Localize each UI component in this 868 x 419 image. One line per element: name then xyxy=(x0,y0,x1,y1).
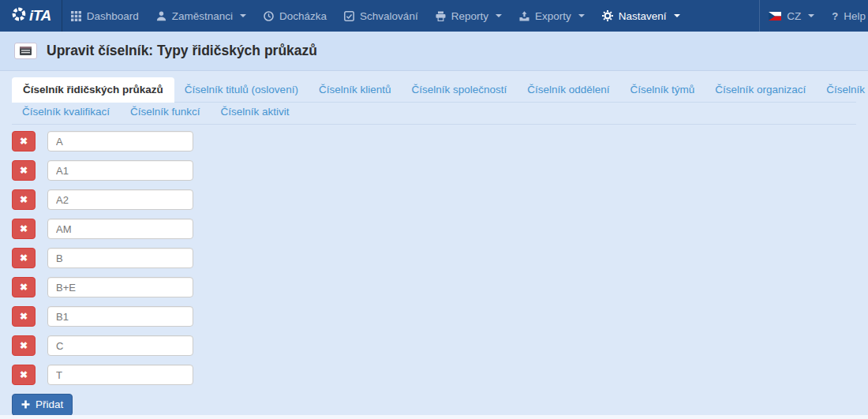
add-button-label: Přidat xyxy=(36,398,63,410)
plus-icon xyxy=(21,400,30,409)
printer-icon xyxy=(436,11,446,21)
x-icon: ✖ xyxy=(20,136,28,147)
language-label: CZ xyxy=(787,10,801,22)
nav-item-zamestnanci[interactable]: Zaměstnanci xyxy=(148,0,255,32)
main-content: Číselník řidičských průkazů Číselník tit… xyxy=(0,71,868,416)
tab-ciselnik-tymu[interactable]: Číselník týmů xyxy=(620,78,705,102)
nav-item-dashboard[interactable]: Dashboard xyxy=(62,0,148,32)
chevron-down-icon xyxy=(674,14,680,17)
app-logo[interactable]: iTA xyxy=(0,0,62,32)
navbar-spacer xyxy=(689,0,760,32)
nav-item-exporty[interactable]: Exporty xyxy=(511,0,593,32)
tab-ciselnik-aktivit[interactable]: Číselník aktivit xyxy=(211,100,300,124)
codebook-row: ✖ xyxy=(12,160,856,181)
codebook-row: ✖ xyxy=(12,131,856,152)
x-icon: ✖ xyxy=(20,369,28,380)
tab-ciselnik-titulu[interactable]: Číselník titulů (oslovení) xyxy=(174,78,309,102)
x-icon: ✖ xyxy=(20,340,28,351)
help-label: Help xyxy=(844,10,866,22)
item-value-input[interactable] xyxy=(47,277,193,297)
list-icon xyxy=(14,43,37,59)
nav-item-reporty[interactable]: Reporty xyxy=(427,0,511,32)
codebook-row: ✖ xyxy=(12,306,856,327)
nav-item-nastaveni[interactable]: Nastavení xyxy=(593,0,689,32)
codebook-row: ✖ xyxy=(12,277,856,297)
czech-flag-icon xyxy=(769,12,781,21)
tab-ciselnik-funkci[interactable]: Číselník funkcí xyxy=(120,100,211,124)
add-item-button[interactable]: Přidat xyxy=(12,394,73,416)
x-icon: ✖ xyxy=(20,165,28,176)
tab-ciselnik-oddeleni[interactable]: Číselník oddělení xyxy=(517,78,619,102)
navbar-right: CZ ? Help xyxy=(760,0,868,32)
nav-label: Docházka xyxy=(279,10,327,22)
tabs-row-2: Číselník kvalifikací Číselník funkcí Čís… xyxy=(12,103,856,125)
codebook-items: ✖ ✖ ✖ ✖ ✖ ✖ ✖ ✖ xyxy=(12,131,856,385)
item-value-input[interactable] xyxy=(47,160,193,181)
item-value-input[interactable] xyxy=(47,219,193,239)
tab-ciselnik-spolecnosti[interactable]: Číselník společností xyxy=(401,78,517,102)
question-icon: ? xyxy=(832,10,838,22)
codebook-row: ✖ xyxy=(12,189,856,210)
gear-icon xyxy=(602,10,613,21)
tab-ciselnik-nakladovych-center[interactable]: Číselník nákladových center xyxy=(816,78,868,102)
item-value-input[interactable] xyxy=(47,335,193,356)
codebook-row: ✖ xyxy=(12,219,856,239)
nav-label: Dashboard xyxy=(87,10,139,22)
delete-item-button[interactable]: ✖ xyxy=(12,248,36,268)
nav-label: Exporty xyxy=(535,10,571,22)
bottom-strip xyxy=(0,415,868,419)
delete-item-button[interactable]: ✖ xyxy=(12,306,36,327)
brand-ring-icon xyxy=(11,6,27,25)
user-icon xyxy=(156,11,166,21)
nav-label: Reporty xyxy=(451,10,488,22)
tab-ciselnik-klientu[interactable]: Číselník klientů xyxy=(309,78,402,102)
chevron-down-icon xyxy=(496,14,502,17)
grid-icon xyxy=(71,11,81,21)
export-icon xyxy=(519,11,529,21)
codebook-row: ✖ xyxy=(12,335,856,356)
brand-name: iTA xyxy=(29,7,51,24)
chevron-down-icon xyxy=(808,14,814,17)
nav-item-schvalovani[interactable]: Schvalování xyxy=(335,0,427,32)
nav-label: Zaměstnanci xyxy=(172,10,233,22)
item-value-input[interactable] xyxy=(47,365,193,385)
chevron-down-icon xyxy=(240,14,246,17)
x-icon: ✖ xyxy=(20,311,28,322)
nav-label: Nastavení xyxy=(619,10,667,22)
codebook-row: ✖ xyxy=(12,365,856,385)
page-title-bar: Upravit číselník: Typy řidičských průkaz… xyxy=(0,32,868,71)
item-value-input[interactable] xyxy=(47,306,193,327)
delete-item-button[interactable]: ✖ xyxy=(12,189,36,210)
tab-ciselnik-ridicskych-prukazu[interactable]: Číselník řidičských průkazů xyxy=(12,77,174,103)
delete-item-button[interactable]: ✖ xyxy=(12,219,36,239)
tab-ciselnik-kvalifikaci[interactable]: Číselník kvalifikací xyxy=(12,100,120,124)
item-value-input[interactable] xyxy=(47,248,193,268)
delete-item-button[interactable]: ✖ xyxy=(12,277,36,297)
x-icon: ✖ xyxy=(20,282,28,293)
help-link[interactable]: ? Help xyxy=(823,0,867,32)
x-icon: ✖ xyxy=(20,253,28,264)
clock-icon xyxy=(264,11,274,21)
item-value-input[interactable] xyxy=(47,189,193,210)
x-icon: ✖ xyxy=(20,194,28,205)
language-selector[interactable]: CZ xyxy=(760,0,823,32)
tabs-row-1: Číselník řidičských průkazů Číselník tit… xyxy=(12,77,856,103)
nav-label: Schvalování xyxy=(360,10,418,22)
delete-item-button[interactable]: ✖ xyxy=(12,335,36,356)
nav-item-dochazka[interactable]: Docházka xyxy=(255,0,335,32)
tab-ciselnik-organizaci[interactable]: Číselník organizací xyxy=(705,78,816,102)
item-value-input[interactable] xyxy=(47,131,193,152)
top-navbar: iTA Dashboard Zaměstnanci Docházka Schva… xyxy=(0,0,868,32)
check-square-icon xyxy=(344,11,354,21)
page-title: Upravit číselník: Typy řidičských průkaz… xyxy=(47,43,317,59)
x-icon: ✖ xyxy=(20,223,28,234)
delete-item-button[interactable]: ✖ xyxy=(12,365,36,385)
chevron-down-icon xyxy=(578,14,585,17)
codebook-row: ✖ xyxy=(12,248,856,268)
delete-item-button[interactable]: ✖ xyxy=(12,160,36,181)
delete-item-button[interactable]: ✖ xyxy=(12,131,36,152)
